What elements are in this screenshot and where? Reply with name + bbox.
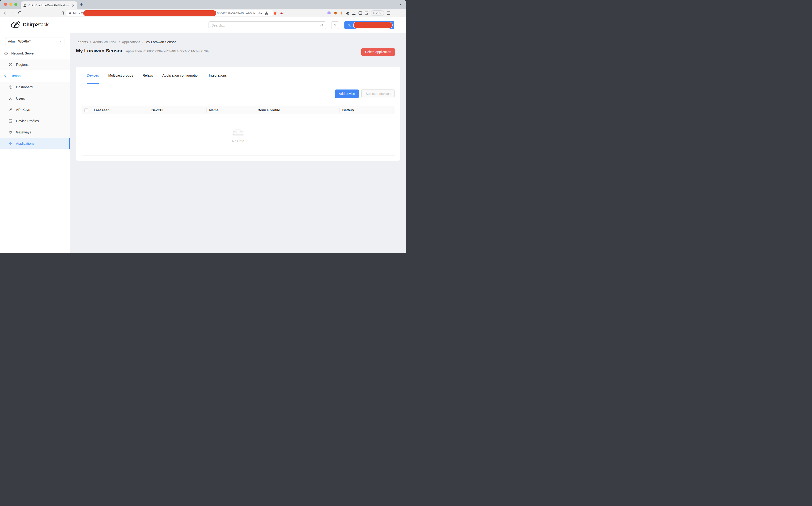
- forward-button: [10, 11, 15, 15]
- window-zoom-button[interactable]: [14, 3, 17, 6]
- app-header: ChirpStack ?: [0, 17, 406, 33]
- empty-box-icon: [231, 127, 246, 137]
- sidebar-item-label: Users: [16, 97, 25, 100]
- tab-search-chevron-icon[interactable]: [399, 2, 403, 6]
- metamask-extension-icon[interactable]: [333, 11, 338, 15]
- sidebar-item-regions[interactable]: Regions: [0, 60, 70, 70]
- tenant-select[interactable]: Admin WDRIoT: [5, 37, 64, 45]
- url-redaction-overlay: [83, 10, 216, 16]
- tab-devices[interactable]: Devices: [87, 67, 99, 84]
- browser-menu-icon[interactable]: [387, 11, 390, 15]
- brave-rewards-bat-icon[interactable]: [279, 11, 284, 15]
- delete-application-button[interactable]: Delete application: [361, 48, 395, 56]
- page-header-row: My Lorawan Sensor application id: 680423…: [76, 48, 395, 56]
- sidebar: Admin WDRIoT Network Server Regions: [0, 33, 70, 253]
- spark-extension-icon[interactable]: [340, 11, 344, 15]
- downloads-icon[interactable]: [352, 11, 356, 15]
- chirpstack-logo[interactable]: ChirpStack: [11, 21, 49, 28]
- user-icon: [347, 23, 351, 27]
- page-title: My Lorawan Sensor: [76, 48, 123, 54]
- sidebar-item-applications[interactable]: Applications: [0, 138, 70, 149]
- application-card: Devices Multicast groups Relays Applicat…: [76, 67, 400, 161]
- tenant-select-value: Admin WDRIoT: [8, 39, 31, 43]
- sidebar-item-gateways[interactable]: Gateways: [0, 127, 70, 138]
- tab-bar: Devices Multicast groups Relays Applicat…: [82, 67, 395, 84]
- brave-vpn-button[interactable]: VPN: [371, 10, 384, 16]
- extensions-puzzle-icon[interactable]: [346, 11, 350, 15]
- tenant-submenu: Dashboard Users API Keys: [0, 82, 70, 149]
- bookmark-icon[interactable]: [61, 11, 65, 15]
- table-actions: Add device Selected devices: [335, 89, 395, 98]
- add-device-button[interactable]: Add device: [335, 89, 359, 98]
- global-search: [209, 21, 326, 29]
- username-redaction-overlay: [353, 22, 392, 29]
- breadcrumb-separator: /: [142, 40, 143, 44]
- sidebar-item-label: Tenant: [11, 74, 22, 78]
- network-server-submenu: Regions: [0, 60, 70, 70]
- breadcrumb-separator: /: [90, 40, 91, 44]
- selected-devices-button: Selected devices: [361, 89, 395, 98]
- phantom-extension-icon[interactable]: [327, 11, 331, 15]
- reload-button[interactable]: [18, 11, 22, 15]
- help-button[interactable]: ?: [331, 21, 339, 29]
- sidebar-item-network-server[interactable]: Network Server: [0, 48, 70, 59]
- password-key-icon[interactable]: [258, 11, 263, 15]
- dashboard-icon: [8, 85, 13, 89]
- sidebar-item-label: Gateways: [16, 131, 31, 134]
- new-tab-button[interactable]: +: [80, 2, 83, 7]
- home-icon: [4, 74, 8, 78]
- user-menu-button[interactable]: [345, 21, 394, 29]
- chevron-down-icon: [59, 40, 62, 43]
- browser-tab[interactable]: ChirpStack LoRaWAN® Network ✕: [21, 1, 77, 9]
- share-icon[interactable]: [265, 11, 269, 15]
- no-data-text: No Data: [232, 139, 244, 143]
- browser-tabstrip: ChirpStack LoRaWAN® Network ✕ +: [0, 0, 406, 9]
- breadcrumb-current: My Lorawan Sensor: [146, 40, 176, 44]
- control-sliders-icon: [8, 119, 13, 123]
- tab-close-icon[interactable]: ✕: [72, 4, 75, 7]
- breadcrumb-link-applications[interactable]: Applications: [122, 40, 140, 44]
- sidebar-item-device-profiles[interactable]: Device Profiles: [0, 116, 70, 126]
- user-icon: [8, 96, 13, 100]
- browser-tab-title: ChirpStack LoRaWAN® Network: [28, 4, 70, 7]
- sidebar-item-users[interactable]: Users: [0, 93, 70, 104]
- sidebar-item-dashboard[interactable]: Dashboard: [0, 82, 70, 92]
- sidebar-item-tenant[interactable]: Tenant: [0, 71, 70, 81]
- vpn-status-dot: [373, 12, 374, 14]
- tab-integrations[interactable]: Integrations: [209, 67, 227, 84]
- sidebar-item-label: Applications: [16, 142, 34, 146]
- tab-application-configuration[interactable]: Application configuration: [162, 67, 199, 84]
- tab-multicast-groups[interactable]: Multicast groups: [108, 67, 133, 84]
- address-bar[interactable]: https:// 6804239b-5949-40ca-b0cf-...: [66, 10, 274, 16]
- select-all-checkbox[interactable]: [84, 108, 88, 112]
- search-input[interactable]: [209, 21, 318, 29]
- sidebar-item-label: API Keys: [16, 108, 30, 111]
- browser-toolbar: https:// 6804239b-5949-40ca-b0cf-...: [0, 9, 406, 17]
- brave-shield-icon[interactable]: [273, 11, 277, 15]
- chirpstack-favicon-icon: [23, 4, 27, 7]
- window-minimize-button[interactable]: [9, 3, 12, 6]
- brave-wallet-icon[interactable]: [364, 11, 369, 15]
- sidebar-item-label: Dashboard: [16, 85, 33, 89]
- search-button[interactable]: [318, 21, 326, 29]
- tab-relays[interactable]: Relays: [142, 67, 153, 84]
- back-button[interactable]: [3, 11, 8, 15]
- url-protocol: https://: [73, 11, 83, 15]
- breadcrumb: Tenants / Admin WDRIoT / Applications / …: [76, 40, 176, 44]
- main-content: Tenants / Admin WDRIoT / Applications / …: [70, 33, 406, 253]
- column-header-deveui: DevEUI: [149, 106, 206, 114]
- appstore-grid-icon: [8, 142, 13, 146]
- window-controls[interactable]: [4, 3, 17, 6]
- sidebar-item-label: Regions: [16, 63, 28, 67]
- extension-area: VPN: [327, 10, 390, 16]
- application-id-subtitle: application id: 6804239b-5949-40ca-b0cf-…: [126, 49, 209, 53]
- window-close-button[interactable]: [4, 3, 7, 6]
- breadcrumb-link-tenants[interactable]: Tenants: [76, 40, 88, 44]
- column-header-last-seen: Last seen: [91, 106, 149, 114]
- lock-icon[interactable]: [69, 11, 71, 15]
- sidebar-item-api-keys[interactable]: API Keys: [0, 104, 70, 115]
- breadcrumb-link-tenant[interactable]: Admin WDRIoT: [93, 40, 117, 44]
- sidebar-item-label: Device Profiles: [16, 119, 39, 123]
- sidebar-panel-icon[interactable]: [358, 11, 363, 15]
- url-text: 6804239b-5949-40ca-b0cf-...: [217, 11, 258, 15]
